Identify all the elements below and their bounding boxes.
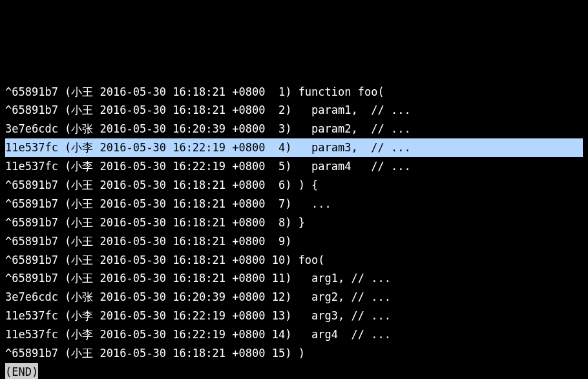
blame-line-2: ^65891b7 (小王 2016-05-30 16:18:21 +0800 2… [5, 101, 583, 120]
pager-end-line: (END) [5, 363, 583, 379]
blame-line-12: 3e7e6cdc (小张 2016-05-30 16:20:39 +0800 1… [5, 288, 583, 307]
blame-line-13: 11e537fc (小李 2016-05-30 16:22:19 +0800 1… [5, 307, 583, 325]
blame-line-4: 11e537fc (小李 2016-05-30 16:22:19 +0800 4… [5, 138, 583, 157]
blame-line-5: 11e537fc (小李 2016-05-30 16:22:19 +0800 5… [5, 157, 583, 176]
terminal-output: ^65891b7 (小王 2016-05-30 16:18:21 +0800 1… [5, 83, 583, 379]
blame-line-1: ^65891b7 (小王 2016-05-30 16:18:21 +0800 1… [5, 83, 583, 102]
blame-line-7: ^65891b7 (小王 2016-05-30 16:18:21 +0800 7… [5, 195, 583, 213]
blame-line-15: ^65891b7 (小王 2016-05-30 16:18:21 +0800 1… [5, 344, 583, 363]
blame-line-6: ^65891b7 (小王 2016-05-30 16:18:21 +0800 6… [5, 176, 583, 195]
blame-line-14: 11e537fc (小李 2016-05-30 16:22:19 +0800 1… [5, 325, 583, 344]
blame-line-8: ^65891b7 (小王 2016-05-30 16:18:21 +0800 8… [5, 213, 583, 232]
blame-line-9: ^65891b7 (小王 2016-05-30 16:18:21 +0800 9… [5, 232, 583, 251]
blame-line-3: 3e7e6cdc (小张 2016-05-30 16:20:39 +0800 3… [5, 120, 583, 138]
pager-end-marker: (END) [5, 363, 38, 379]
blame-line-10: ^65891b7 (小王 2016-05-30 16:18:21 +0800 1… [5, 251, 583, 270]
blame-line-11: ^65891b7 (小王 2016-05-30 16:18:21 +0800 1… [5, 269, 583, 288]
